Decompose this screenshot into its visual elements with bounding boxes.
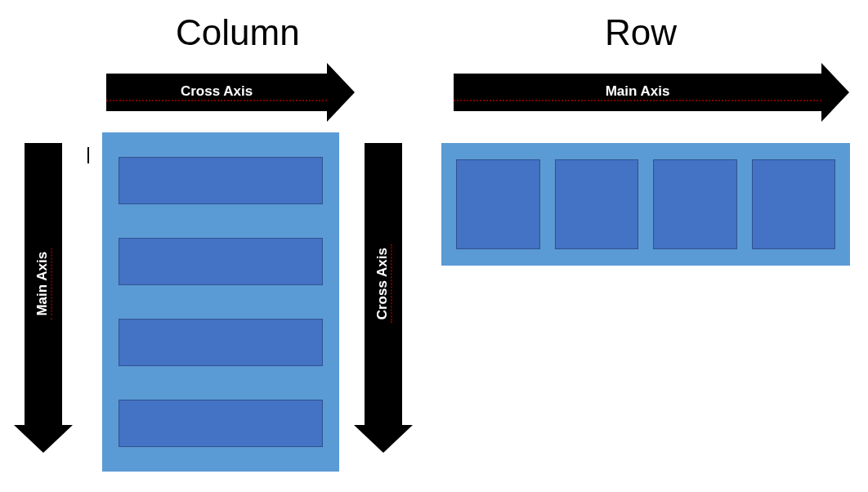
row-item xyxy=(555,159,639,249)
column-cross-axis-label: Cross Axis xyxy=(106,83,327,101)
row-cross-axis-arrow: Cross Axis xyxy=(365,143,402,425)
column-item xyxy=(119,319,323,366)
column-cross-axis-arrow: Cross Axis xyxy=(106,74,327,111)
row-cross-axis-label: Cross Axis xyxy=(374,244,392,323)
row-container xyxy=(441,143,850,266)
row-main-axis-label: Main Axis xyxy=(454,83,821,101)
text-cursor-mark xyxy=(87,147,89,163)
row-main-axis-arrow: Main Axis xyxy=(454,74,821,111)
row-item xyxy=(653,159,737,249)
row-item xyxy=(456,159,540,249)
column-main-axis-arrow: Main Axis xyxy=(25,143,62,425)
column-item xyxy=(119,400,323,447)
column-container xyxy=(102,132,339,472)
column-item xyxy=(119,157,323,204)
column-title: Column xyxy=(176,12,300,53)
row-title: Row xyxy=(605,12,677,53)
column-main-axis-label: Main Axis xyxy=(34,248,52,320)
column-item xyxy=(119,238,323,285)
row-item xyxy=(752,159,836,249)
